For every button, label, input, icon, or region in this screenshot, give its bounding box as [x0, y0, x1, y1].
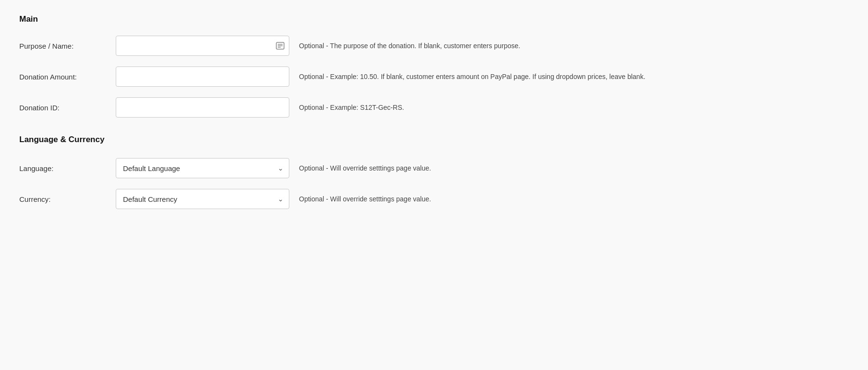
- donation-id-row: Donation ID: Optional - Example: S12T-Ge…: [19, 97, 849, 118]
- donation-id-label: Donation ID:: [19, 104, 116, 112]
- language-label: Language:: [19, 164, 116, 172]
- donation-id-help: Optional - Example: S12T-Gec-RS.: [299, 103, 404, 113]
- language-row: Language: Default Language English Spani…: [19, 158, 849, 178]
- donation-amount-row: Donation Amount: Optional - Example: 10.…: [19, 66, 849, 87]
- purpose-help: Optional - The purpose of the donation. …: [299, 41, 520, 51]
- purpose-input-wrapper: [116, 36, 289, 56]
- donation-amount-input[interactable]: [116, 66, 289, 87]
- currency-label: Currency:: [19, 195, 116, 203]
- donation-amount-input-wrapper: [116, 66, 289, 87]
- donation-id-input[interactable]: [116, 97, 289, 118]
- donation-amount-label: Donation Amount:: [19, 73, 116, 81]
- purpose-label: Purpose / Name:: [19, 42, 116, 50]
- currency-help: Optional - Will override setttings page …: [299, 194, 431, 204]
- language-select-wrapper: Default Language English Spanish French …: [116, 158, 289, 178]
- purpose-input[interactable]: [116, 36, 289, 56]
- main-section-title: Main: [19, 14, 849, 24]
- currency-select[interactable]: Default Currency USD EUR GBP CAD: [116, 189, 289, 209]
- language-currency-section: Language & Currency Language: Default La…: [19, 135, 849, 209]
- language-help: Optional - Will override setttings page …: [299, 163, 431, 173]
- main-section: Main Purpose / Name: Optional - The purp…: [19, 14, 849, 118]
- currency-select-wrapper: Default Currency USD EUR GBP CAD ⌄: [116, 189, 289, 209]
- language-currency-section-title: Language & Currency: [19, 135, 849, 145]
- currency-row: Currency: Default Currency USD EUR GBP C…: [19, 189, 849, 209]
- purpose-row: Purpose / Name: Optional - The purpose o…: [19, 36, 849, 56]
- language-select[interactable]: Default Language English Spanish French …: [116, 158, 289, 178]
- donation-amount-help: Optional - Example: 10.50. If blank, cus…: [299, 72, 645, 82]
- donation-id-input-wrapper: [116, 97, 289, 118]
